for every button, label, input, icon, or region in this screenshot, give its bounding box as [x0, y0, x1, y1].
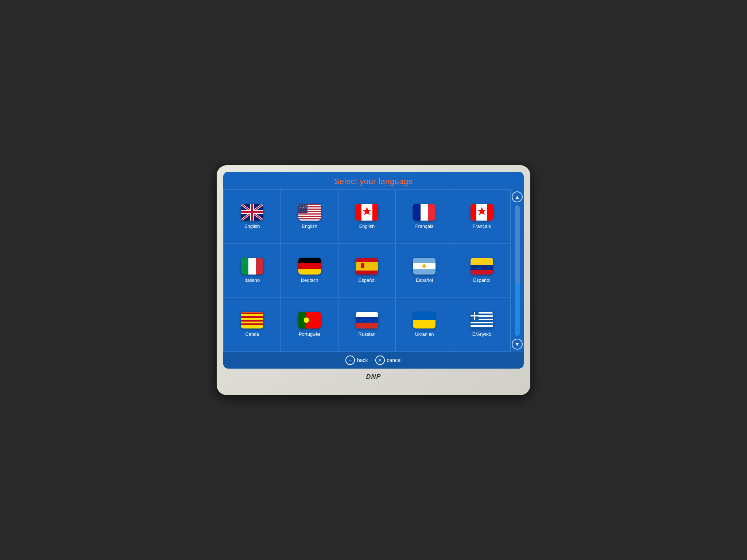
back-button[interactable]: ← back	[345, 355, 368, 365]
svg-rect-53	[356, 323, 378, 328]
svg-rect-44	[241, 312, 263, 314]
language-option-italiano[interactable]: Italiano	[224, 244, 281, 298]
language-label-francais-ca: Français	[473, 223, 491, 229]
language-label-catala: Català	[245, 331, 259, 337]
svg-rect-24	[428, 204, 436, 221]
flag-icon-germany	[298, 258, 321, 275]
bottom-bar: ← back ✕ cancel	[223, 352, 524, 369]
svg-rect-55	[413, 320, 436, 328]
cancel-icon: ✕	[375, 355, 385, 365]
language-option-francais-fr[interactable]: Français	[396, 190, 453, 244]
language-option-francais-ca[interactable]: Français	[453, 190, 511, 244]
svg-rect-54	[413, 312, 436, 320]
svg-rect-28	[241, 258, 248, 275]
language-option-ukranian[interactable]: Ukranian	[396, 298, 453, 351]
language-label-russian: Russian	[359, 331, 376, 337]
flag-icon-colombia	[471, 258, 493, 275]
language-option-portugues[interactable]: Português	[281, 298, 338, 351]
language-option-catala[interactable]: Català	[224, 298, 281, 351]
svg-rect-40	[471, 258, 493, 265]
cancel-label: cancel	[387, 357, 402, 363]
svg-rect-45	[241, 316, 263, 318]
language-grid: English ★★★★★★★★★ English English França…	[223, 189, 511, 352]
language-option-espanol-co[interactable]: Español	[453, 244, 511, 298]
svg-rect-27	[487, 204, 493, 221]
brand-label: DNP	[223, 373, 524, 381]
flag-icon-italy	[241, 258, 263, 275]
language-option-espanol-es[interactable]: Español	[338, 244, 396, 298]
scrollbar: ▲ ▼	[511, 189, 524, 352]
flag-icon-spain	[356, 258, 378, 275]
language-label-espanol-es: Español	[359, 277, 376, 283]
language-option-english-us[interactable]: ★★★★★★★★★ English	[281, 190, 338, 244]
scroll-track	[515, 205, 520, 336]
flag-icon-russia	[356, 312, 378, 328]
flag-icon-catalonia	[241, 312, 263, 328]
svg-text:★: ★	[299, 207, 301, 209]
flag-icon-canada	[356, 204, 378, 221]
flag-icon-greece	[471, 312, 493, 328]
main-area: English ★★★★★★★★★ English English França…	[223, 189, 524, 352]
back-label: back	[357, 357, 368, 363]
svg-rect-47	[241, 323, 263, 325]
svg-rect-60	[471, 322, 493, 323]
flag-icon-argentina	[413, 258, 436, 275]
svg-rect-6	[298, 214, 321, 215]
svg-rect-41	[471, 265, 493, 270]
svg-point-50	[303, 317, 309, 323]
language-option-espanol-ar[interactable]: Español	[396, 244, 453, 298]
flag-icon-us: ★★★★★★★★★	[298, 204, 321, 221]
language-label-deutsch: Deutsch	[301, 277, 318, 283]
flag-icon-portugal	[298, 312, 321, 328]
svg-text:★: ★	[304, 207, 306, 209]
svg-rect-52	[356, 317, 378, 323]
language-label-english-uk: English	[244, 223, 260, 229]
flag-icon-canada	[471, 204, 493, 221]
language-option-deutsch[interactable]: Deutsch	[281, 244, 338, 298]
scroll-down-button[interactable]: ▼	[512, 339, 523, 350]
svg-rect-7	[298, 217, 321, 218]
page-title: Select your language	[223, 172, 524, 189]
scroll-thumb	[515, 283, 520, 335]
back-icon: ←	[345, 355, 355, 365]
svg-rect-36	[361, 263, 364, 268]
svg-rect-22	[413, 204, 421, 221]
svg-rect-20	[356, 204, 361, 221]
svg-rect-51	[356, 312, 378, 318]
language-label-italiano: Italiano	[244, 277, 260, 283]
language-option-greek[interactable]: Ελληνικά	[453, 298, 511, 351]
svg-rect-32	[298, 263, 321, 269]
svg-text:★: ★	[301, 207, 302, 209]
language-label-espanol-co: Español	[473, 277, 490, 283]
svg-rect-33	[298, 269, 321, 275]
flag-icon-ukraine	[413, 312, 436, 328]
svg-rect-21	[372, 204, 378, 221]
svg-rect-61	[471, 325, 493, 327]
language-label-english-ca: English	[359, 223, 375, 229]
svg-rect-31	[298, 258, 321, 264]
language-label-portugues: Português	[299, 331, 320, 337]
svg-rect-8	[298, 219, 321, 220]
language-label-espanol-ar: Español	[416, 277, 433, 283]
svg-rect-35	[356, 262, 378, 271]
svg-point-39	[422, 264, 426, 268]
cancel-button[interactable]: ✕ cancel	[375, 355, 402, 365]
language-label-english-us: English	[302, 223, 317, 229]
language-label-francais-fr: Français	[415, 223, 433, 229]
svg-rect-46	[241, 320, 263, 322]
language-option-english-ca[interactable]: English	[338, 190, 396, 244]
language-label-ukranian: Ukranian	[415, 331, 434, 337]
language-label-greek: Ελληνικά	[472, 331, 491, 337]
svg-rect-26	[471, 204, 476, 221]
language-option-english-uk[interactable]: English	[224, 190, 281, 244]
flag-icon-france	[413, 204, 436, 221]
svg-rect-64	[471, 315, 479, 316]
svg-text:★: ★	[303, 207, 304, 209]
svg-rect-29	[248, 258, 256, 275]
svg-rect-23	[421, 204, 428, 221]
language-option-russian[interactable]: Russian	[338, 298, 396, 351]
device-body: Select your language English ★★★★★★★★★ E…	[217, 165, 530, 395]
scroll-up-button[interactable]: ▲	[512, 191, 523, 202]
screen: Select your language English ★★★★★★★★★ E…	[223, 172, 524, 369]
svg-rect-30	[256, 258, 263, 275]
